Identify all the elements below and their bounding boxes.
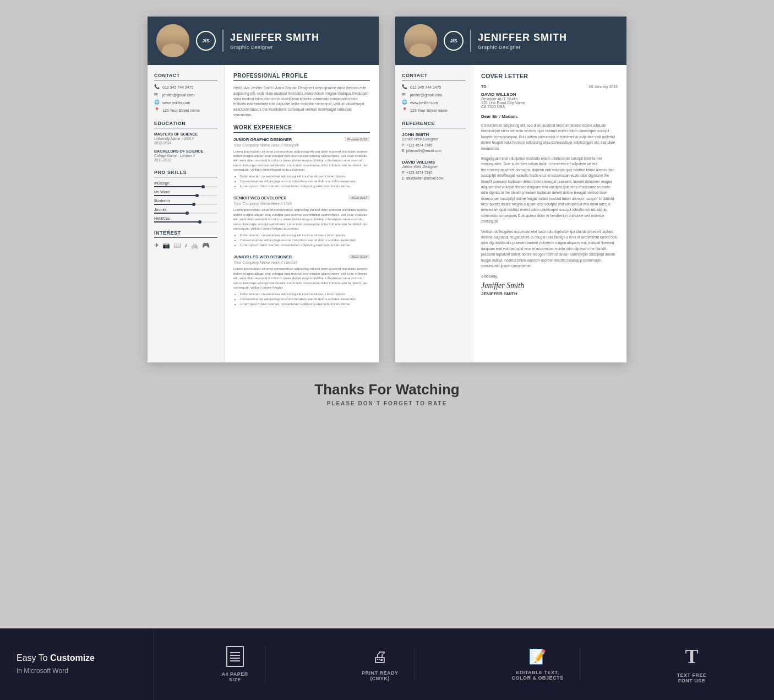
watching-subtitle: PLEASE DON`T FORGET TO RATE [314,400,459,406]
easy-text: Easy To [17,653,48,663]
feature-editable: 📝 EDITABLE TEXT,COLOR & OBJECTS [495,648,580,681]
skill-msword: Ms Word [154,190,217,196]
feature-textfree: T TEXT FREEFONT USE [660,645,723,683]
bottom-left-section: Easy To Customize In Microsoft Word [0,628,154,700]
email-item: ✉ jenifer@gmail.com [154,92,217,97]
contact-title: Contact [154,73,217,80]
cover-website-item: 🌐 www.jenifer.com [402,100,465,105]
cover-website: www.jenifer.com [410,101,438,105]
email-icon: ✉ [154,92,160,97]
bullet-2-1: Dolor sitamet, consectetuer adipiscing e… [240,233,370,238]
cover-sincerely: Sincerely, [481,274,618,278]
ref-phone-1: P: +123 4574 7345 [402,143,465,148]
cover-main-content: Cover Letter TO 05 January 2019 DAVID WI… [472,65,626,362]
edu-degree-2: BACHELORS OF SCIENCE [154,149,217,153]
website-item: 🌐 www.jenifer.com [154,100,217,105]
skill-name-illustrator: Illustrator [154,199,217,203]
bullet-1-3: Lorem ipsum dolor sitamet, consectetuer … [240,184,370,189]
cover-address-line1: 125 Link Road City Name [481,101,618,105]
work-years-3: 2012-2014 [348,254,370,259]
skill-name-htmlcss: Html/Css [154,216,217,220]
skill-htmlcss: Html/Css [154,216,217,223]
resume-name: JENIFFER SMITH [230,32,319,44]
interest-title: Interest [154,230,217,238]
work-title-2: SENIOR WEB DEVELOPER [233,196,287,200]
customize-text: Customize [50,653,95,663]
skill-name-joomla: Joomla [154,208,217,211]
work-title-3: JUNIOR LED WEB DESIGNER [233,254,292,259]
phone-number: 012 345 744 3475 [162,85,193,89]
avatar [156,24,189,57]
work-bullets-1: Dolor sitamet, consectetuer adipiscing e… [240,174,370,189]
phone-icon: 📞 [154,84,160,90]
edu-entry-1: MASTERS OF SCIENCE University Name - USA… [154,132,217,145]
work-company-1: Your Company Name Here // Newyork [233,143,370,147]
work-desc-2: Lorem ipsum dolor sit amet,consectetuer … [233,208,370,231]
cover-phone-item: 📞 012 345 744 3475 [402,84,465,90]
resume-monogram: J/S [196,31,216,51]
work-bullets-2: Dolor sitamet, consectetuer adipiscing e… [240,233,370,248]
cover-header-divider [470,30,471,52]
address-item: 📍 123 Your Street name [154,107,217,113]
resume-main-content: Professional Profile Hello,I Am Jeniffer… [225,65,379,362]
print-label: PRINT READY(CMYK) [362,670,399,681]
ref-name-1: JOHN SMITH [402,132,465,137]
bullet-2-3: Lorem ipsum dolor sitamet, consectetuer … [240,243,370,248]
watching-title: Thanks For Watching [314,381,459,398]
cover-email-icon: ✉ [402,92,407,97]
education-title: Education [154,121,217,128]
cover-to-label: TO [481,85,487,89]
profile-text: Hello,I Am Jeniffer Smith I Am a Graphic… [233,85,370,118]
editable-label: EDITABLE TEXT,COLOR & OBJECTS [511,670,563,681]
cover-name-block: JENIFFER SMITH Graphic Designer [478,32,567,50]
edu-years-1: 2012-2014 [154,141,217,145]
edu-entry-2: BACHELORS OF SCIENCE College Name - Lond… [154,149,217,162]
cover-to-row: TO 05 January 2019 [481,85,618,89]
work-title-1: JUNIOR GRAPHIC DESIGNER [233,137,292,142]
interest-game-icon: 🎮 [202,242,210,249]
interest-camera-icon: 📷 [162,242,170,249]
ref-person-2: DAVID WILLIMS Junior Web Designer P: +12… [402,160,465,182]
ref-email-2: E: davidwillim@email.com [402,176,465,181]
cover-email-item: ✉ jenifer@gmail.com [402,92,465,97]
education-section: Education MASTERS OF SCIENCE University … [154,121,217,162]
edu-school-1: University Name - USA // [154,137,217,140]
bottom-features: A4 PAPERSIZE 🖨 PRINT READY(CMYK) 📝 EDITA… [154,628,774,700]
cover-location-icon: 📍 [402,107,407,113]
a4-paper-icon [226,646,244,667]
cover-addressee-title: Designer At IT Studio [481,97,618,101]
textfree-label: TEXT FREEFONT USE [677,672,706,683]
cover-monogram: J/S [444,31,464,51]
ref-phone-2: P: +123 4574 7345 [402,170,465,176]
bullet-3-3: Lorem ipsum dolor sitamet, consectetuer … [240,302,370,307]
contact-section: Contact 📞 012 345 744 3475 ✉ jenifer@gma… [154,73,217,113]
cover-address-line2: CA 7455 USA [481,105,618,108]
cover-address-item: 📍 123 Your Street name [402,107,465,113]
work-entry-1: JUNIOR GRAPHIC DESIGNER Present-2018 You… [233,137,370,189]
edit-pencil-icon: 📝 [528,648,546,665]
skill-illustrator: Illustrator [154,199,217,205]
resume-sidebar: Contact 📞 012 345 744 3475 ✉ jenifer@gma… [148,65,225,362]
cover-job-title: Graphic Designer [478,45,567,50]
cover-address: 123 Your Street name [410,108,448,112]
work-company-3: Your Company Name Here // London [233,261,370,264]
skill-name-indesign: InDesign [154,181,217,185]
cover-sig-name: JENIFFER SMITH [481,291,618,296]
work-years-1: Present-2018 [345,137,370,142]
work-company-2: Your Company Name Here // USA [233,202,370,205]
cover-phone-icon: 📞 [402,84,407,90]
ref-name-2: DAVID WILLIMS [402,160,465,165]
work-entry-3: JUNIOR LED WEB DESIGNER 2012-2014 Your C… [233,254,370,307]
work-section-title: Work Experience [233,124,370,133]
web-icon: 🌐 [154,100,160,105]
bullet-1-1: Dolor sitamet, consectetuer adipiscing e… [240,174,370,179]
interest-plane-icon: ✈ [154,242,159,249]
ref-person-1: JOHN SMITH Senior Web Designer P: +123 4… [402,132,465,154]
cover-web-icon: 🌐 [402,100,407,105]
phone-item: 📞 012 345 744 3475 [154,84,217,90]
a4-label: A4 PAPERSIZE [222,671,248,682]
skill-indesign: InDesign [154,181,217,187]
cover-greeting: Dear Sir / Madam. [481,114,618,119]
email-address: jenifer@gmail.com [162,93,194,97]
work-years-2: 2015-2017 [348,196,370,200]
